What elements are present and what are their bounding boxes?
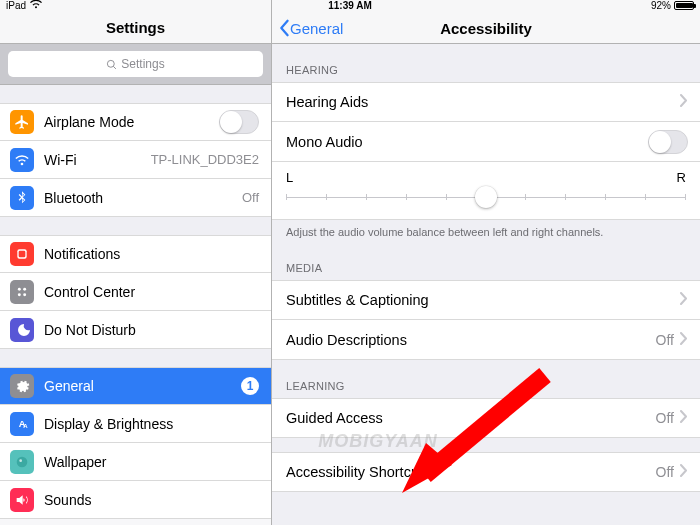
mono-audio-switch[interactable] xyxy=(648,130,688,154)
chevron-right-icon xyxy=(680,332,688,348)
notifications-icon xyxy=(10,242,34,266)
battery-icon xyxy=(674,1,694,10)
row-wifi[interactable]: Wi-Fi TP-LINK_DDD3E2 xyxy=(0,141,271,179)
svg-point-11 xyxy=(19,459,22,462)
row-value: Off xyxy=(656,464,674,480)
dnd-icon xyxy=(10,318,34,342)
detail-pane: General Accessibility HEARING Hearing Ai… xyxy=(272,0,700,525)
row-label: Accessibility Shortcut xyxy=(286,464,656,480)
chevron-right-icon xyxy=(680,94,688,110)
row-label: Audio Descriptions xyxy=(286,332,656,348)
svg-point-4 xyxy=(18,287,21,290)
section-header-hearing: HEARING xyxy=(272,44,700,82)
search-placeholder: Settings xyxy=(121,57,164,71)
svg-line-1 xyxy=(114,66,116,68)
status-time: 11:39 AM xyxy=(328,0,372,11)
row-audio-balance[interactable]: L R xyxy=(272,162,700,220)
row-label: Guided Access xyxy=(286,410,656,426)
svg-point-5 xyxy=(23,287,26,290)
balance-right-label: R xyxy=(677,170,686,185)
row-label: Sounds xyxy=(44,492,259,508)
row-do-not-disturb[interactable]: Do Not Disturb xyxy=(0,311,271,349)
row-guided-access[interactable]: Guided Access Off xyxy=(272,398,700,438)
balance-slider[interactable] xyxy=(286,187,686,207)
svg-rect-3 xyxy=(19,251,26,258)
svg-point-7 xyxy=(23,293,26,296)
back-button[interactable]: General xyxy=(278,19,343,37)
chevron-left-icon xyxy=(278,19,290,37)
row-control-center[interactable]: Control Center xyxy=(0,273,271,311)
back-label: General xyxy=(290,20,343,37)
section-header-media: MEDIA xyxy=(272,242,700,280)
slider-thumb[interactable] xyxy=(475,186,497,208)
row-label: Do Not Disturb xyxy=(44,322,259,338)
row-label: Airplane Mode xyxy=(44,114,219,130)
chevron-right-icon xyxy=(680,410,688,426)
airplane-icon xyxy=(10,110,34,134)
row-value: Off xyxy=(656,332,674,348)
row-bluetooth[interactable]: Bluetooth Off xyxy=(0,179,271,217)
row-label: Wallpaper xyxy=(44,454,259,470)
row-sounds[interactable]: Sounds xyxy=(0,481,271,519)
row-wallpaper[interactable]: Wallpaper xyxy=(0,443,271,481)
row-value: Off xyxy=(656,410,674,426)
row-notifications[interactable]: Notifications xyxy=(0,235,271,273)
wifi-status-icon xyxy=(30,0,42,11)
search-container: Settings xyxy=(0,44,271,85)
row-label: General xyxy=(44,378,241,394)
bluetooth-icon xyxy=(10,186,34,210)
chevron-right-icon xyxy=(680,292,688,308)
control-center-icon xyxy=(10,280,34,304)
row-passcode[interactable]: Passcode xyxy=(0,519,271,525)
section-footer-balance: Adjust the audio volume balance between … xyxy=(272,220,700,242)
gear-icon xyxy=(10,374,34,398)
row-airplane-mode[interactable]: Airplane Mode xyxy=(0,103,271,141)
row-mono-audio[interactable]: Mono Audio xyxy=(272,122,700,162)
svg-point-0 xyxy=(108,60,115,67)
search-icon xyxy=(106,59,117,70)
chevron-right-icon xyxy=(680,464,688,480)
row-audio-descriptions[interactable]: Audio Descriptions Off xyxy=(272,320,700,360)
detail-title: Accessibility xyxy=(440,20,532,37)
master-pane: Settings Settings Airplane Mode xyxy=(0,0,272,525)
row-general[interactable]: General 1 xyxy=(0,367,271,405)
carrier-label: iPad xyxy=(6,0,26,11)
row-label: Hearing Aids xyxy=(286,94,680,110)
row-value: TP-LINK_DDD3E2 xyxy=(151,152,259,167)
row-value: Off xyxy=(242,190,259,205)
row-hearing-aids[interactable]: Hearing Aids xyxy=(272,82,700,122)
wifi-icon xyxy=(10,148,34,172)
wallpaper-icon xyxy=(10,450,34,474)
row-label: Wi-Fi xyxy=(44,152,151,168)
svg-point-10 xyxy=(17,456,28,467)
search-input[interactable]: Settings xyxy=(8,51,263,77)
row-display-brightness[interactable]: AA Display & Brightness xyxy=(0,405,271,443)
display-icon: AA xyxy=(10,412,34,436)
airplane-switch[interactable] xyxy=(219,110,259,134)
row-accessibility-shortcut[interactable]: Accessibility Shortcut Off xyxy=(272,452,700,492)
row-label: Control Center xyxy=(44,284,259,300)
svg-point-6 xyxy=(18,293,21,296)
svg-text:A: A xyxy=(23,423,28,429)
sounds-icon xyxy=(10,488,34,512)
row-label: Display & Brightness xyxy=(44,416,259,432)
status-bar: iPad 11:39 AM 92% xyxy=(0,0,700,14)
balance-left-label: L xyxy=(286,170,293,185)
general-badge: 1 xyxy=(241,377,259,395)
section-header-learning: LEARNING xyxy=(272,360,700,398)
row-subtitles[interactable]: Subtitles & Captioning xyxy=(272,280,700,320)
row-label: Subtitles & Captioning xyxy=(286,292,680,308)
row-label: Mono Audio xyxy=(286,134,648,150)
row-label: Notifications xyxy=(44,246,259,262)
battery-percent: 92% xyxy=(651,0,671,11)
row-label: Bluetooth xyxy=(44,190,242,206)
